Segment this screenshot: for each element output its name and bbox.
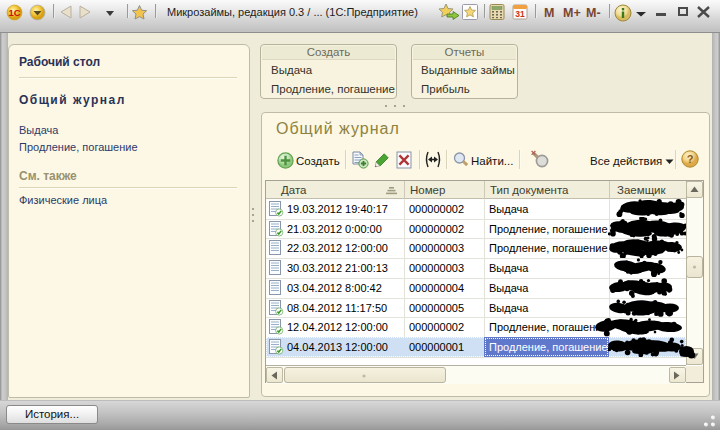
svg-text:1C: 1C <box>8 7 20 18</box>
svg-text:31: 31 <box>515 9 525 19</box>
svg-text:?: ? <box>687 153 694 165</box>
